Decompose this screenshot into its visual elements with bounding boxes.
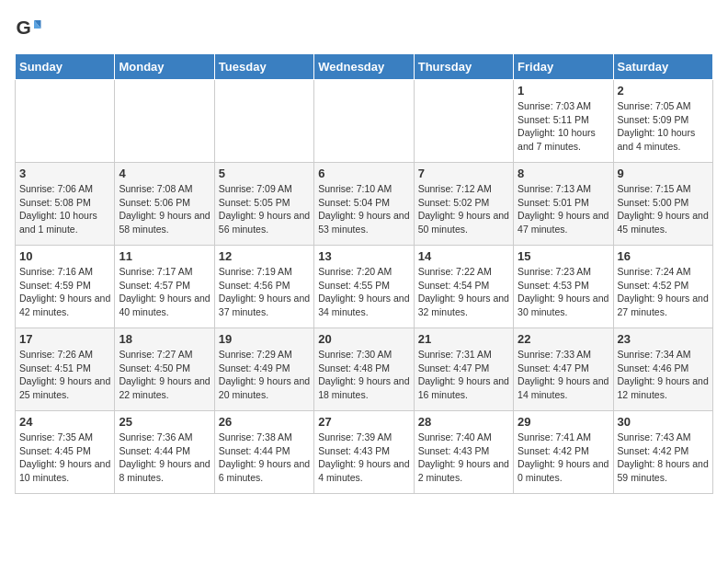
calendar-day-cell: 24Sunrise: 7:35 AMSunset: 4:45 PMDayligh… [16,411,115,494]
calendar-day-cell: 8Sunrise: 7:13 AMSunset: 5:01 PMDaylight… [514,163,613,246]
day-of-week-header: Sunday [16,54,115,80]
day-of-week-header: Thursday [414,54,513,80]
calendar-day-cell: 2Sunrise: 7:05 AMSunset: 5:09 PMDaylight… [613,80,712,163]
day-number: 17 [19,332,110,346]
day-info: Sunrise: 7:35 AMSunset: 4:45 PMDaylight:… [19,431,110,485]
day-info: Sunrise: 7:10 AMSunset: 5:04 PMDaylight:… [318,182,409,236]
day-info: Sunrise: 7:19 AMSunset: 4:56 PMDaylight:… [219,265,310,319]
calendar-day-cell: 9Sunrise: 7:15 AMSunset: 5:00 PMDaylight… [613,163,712,246]
day-info: Sunrise: 7:38 AMSunset: 4:44 PMDaylight:… [219,431,310,485]
calendar-day-cell: 12Sunrise: 7:19 AMSunset: 4:56 PMDayligh… [214,246,313,328]
calendar-day-cell: 22Sunrise: 7:33 AMSunset: 4:47 PMDayligh… [514,328,613,411]
day-number: 2 [618,84,709,98]
calendar-day-cell: 3Sunrise: 7:06 AMSunset: 5:08 PMDaylight… [16,163,115,246]
day-number: 16 [618,249,709,263]
calendar-day-cell: 16Sunrise: 7:24 AMSunset: 4:52 PMDayligh… [613,246,712,328]
calendar-header-row: SundayMondayTuesdayWednesdayThursdayFrid… [16,54,713,80]
day-info: Sunrise: 7:05 AMSunset: 5:09 PMDaylight:… [618,99,709,154]
day-number: 27 [318,415,409,429]
day-info: Sunrise: 7:33 AMSunset: 4:47 PMDaylight:… [518,348,609,402]
day-number: 11 [119,249,210,263]
day-info: Sunrise: 7:40 AMSunset: 4:43 PMDaylight:… [418,431,509,485]
calendar-day-cell: 25Sunrise: 7:36 AMSunset: 4:44 PMDayligh… [115,411,214,494]
calendar-week-row: 17Sunrise: 7:26 AMSunset: 4:51 PMDayligh… [16,328,713,411]
calendar-day-cell: 7Sunrise: 7:12 AMSunset: 5:02 PMDaylight… [414,163,513,246]
day-info: Sunrise: 7:12 AMSunset: 5:02 PMDaylight:… [418,182,509,236]
day-info: Sunrise: 7:03 AMSunset: 5:11 PMDaylight:… [518,99,609,154]
calendar-day-cell [115,80,214,163]
calendar-day-cell [314,80,414,163]
day-number: 5 [219,167,310,180]
calendar-day-cell: 30Sunrise: 7:43 AMSunset: 4:42 PMDayligh… [613,411,712,494]
calendar-day-cell: 26Sunrise: 7:38 AMSunset: 4:44 PMDayligh… [214,411,313,494]
day-info: Sunrise: 7:06 AMSunset: 5:08 PMDaylight:… [19,182,110,236]
calendar-day-cell [16,80,115,163]
calendar-day-cell: 15Sunrise: 7:23 AMSunset: 4:53 PMDayligh… [514,246,613,328]
day-number: 20 [318,332,409,346]
day-of-week-header: Monday [115,54,214,80]
calendar-day-cell: 23Sunrise: 7:34 AMSunset: 4:46 PMDayligh… [613,328,712,411]
calendar-day-cell: 17Sunrise: 7:26 AMSunset: 4:51 PMDayligh… [16,328,115,411]
calendar-day-cell: 20Sunrise: 7:30 AMSunset: 4:48 PMDayligh… [314,328,414,411]
day-of-week-header: Tuesday [214,54,313,80]
svg-text:G: G [17,17,31,38]
calendar-day-cell [414,80,513,163]
calendar-day-cell: 21Sunrise: 7:31 AMSunset: 4:47 PMDayligh… [414,328,513,411]
day-number: 9 [618,167,709,180]
calendar-day-cell: 14Sunrise: 7:22 AMSunset: 4:54 PMDayligh… [414,246,513,328]
day-info: Sunrise: 7:13 AMSunset: 5:01 PMDaylight:… [518,182,609,236]
day-of-week-header: Friday [514,54,613,80]
day-info: Sunrise: 7:30 AMSunset: 4:48 PMDaylight:… [318,348,409,402]
day-number: 19 [219,332,310,346]
day-info: Sunrise: 7:24 AMSunset: 4:52 PMDaylight:… [618,265,709,319]
calendar-day-cell [214,80,313,163]
day-number: 6 [318,167,409,180]
calendar-day-cell: 29Sunrise: 7:41 AMSunset: 4:42 PMDayligh… [514,411,613,494]
day-info: Sunrise: 7:34 AMSunset: 4:46 PMDaylight:… [618,348,709,402]
day-info: Sunrise: 7:31 AMSunset: 4:47 PMDaylight:… [418,348,509,402]
day-number: 25 [119,415,210,429]
logo-icon: G [15,15,42,42]
day-number: 14 [418,249,509,263]
day-info: Sunrise: 7:36 AMSunset: 4:44 PMDaylight:… [119,431,210,485]
day-number: 3 [19,167,110,180]
day-of-week-header: Wednesday [314,54,414,80]
day-info: Sunrise: 7:15 AMSunset: 5:00 PMDaylight:… [618,182,709,236]
calendar-day-cell: 11Sunrise: 7:17 AMSunset: 4:57 PMDayligh… [115,246,214,328]
day-number: 1 [518,84,609,98]
calendar-day-cell: 13Sunrise: 7:20 AMSunset: 4:55 PMDayligh… [314,246,414,328]
calendar-day-cell: 18Sunrise: 7:27 AMSunset: 4:50 PMDayligh… [115,328,214,411]
day-number: 23 [618,332,709,346]
day-number: 10 [19,249,110,263]
calendar-table: SundayMondayTuesdayWednesdayThursdayFrid… [15,53,713,494]
page-header: G [15,15,713,42]
day-of-week-header: Saturday [613,54,712,80]
day-number: 29 [518,415,609,429]
day-info: Sunrise: 7:20 AMSunset: 4:55 PMDaylight:… [318,265,409,319]
day-number: 26 [219,415,310,429]
calendar-day-cell: 6Sunrise: 7:10 AMSunset: 5:04 PMDaylight… [314,163,414,246]
day-number: 22 [518,332,609,346]
day-number: 8 [518,167,609,180]
day-info: Sunrise: 7:22 AMSunset: 4:54 PMDaylight:… [418,265,509,319]
day-info: Sunrise: 7:41 AMSunset: 4:42 PMDaylight:… [518,431,609,485]
day-info: Sunrise: 7:17 AMSunset: 4:57 PMDaylight:… [119,265,210,319]
day-number: 30 [618,415,709,429]
day-number: 4 [119,167,210,180]
day-info: Sunrise: 7:27 AMSunset: 4:50 PMDaylight:… [119,348,210,402]
logo: G [15,15,44,42]
calendar-week-row: 24Sunrise: 7:35 AMSunset: 4:45 PMDayligh… [16,411,713,494]
day-info: Sunrise: 7:43 AMSunset: 4:42 PMDaylight:… [618,431,709,485]
day-info: Sunrise: 7:39 AMSunset: 4:43 PMDaylight:… [318,431,409,485]
day-number: 7 [418,167,509,180]
calendar-day-cell: 1Sunrise: 7:03 AMSunset: 5:11 PMDaylight… [514,80,613,163]
day-info: Sunrise: 7:29 AMSunset: 4:49 PMDaylight:… [219,348,310,402]
calendar-day-cell: 19Sunrise: 7:29 AMSunset: 4:49 PMDayligh… [214,328,313,411]
day-number: 12 [219,249,310,263]
day-info: Sunrise: 7:08 AMSunset: 5:06 PMDaylight:… [119,182,210,236]
day-number: 28 [418,415,509,429]
calendar-day-cell: 10Sunrise: 7:16 AMSunset: 4:59 PMDayligh… [16,246,115,328]
day-info: Sunrise: 7:09 AMSunset: 5:05 PMDaylight:… [219,182,310,236]
day-info: Sunrise: 7:16 AMSunset: 4:59 PMDaylight:… [19,265,110,319]
day-info: Sunrise: 7:23 AMSunset: 4:53 PMDaylight:… [518,265,609,319]
